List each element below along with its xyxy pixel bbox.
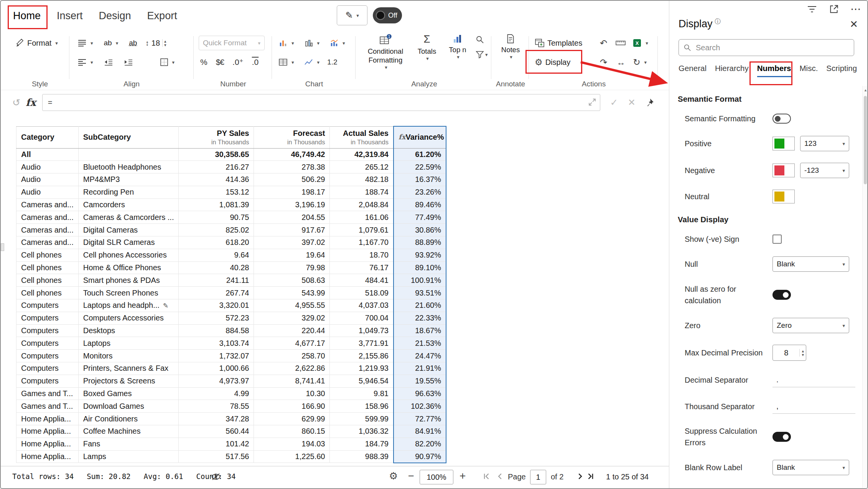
cell-subcategory[interactable]: Computers Accessories — [78, 312, 179, 324]
cell-py-sales[interactable]: 241.11 — [179, 274, 254, 287]
cell-py-sales[interactable]: 3,320.01 — [179, 299, 254, 312]
ribbon-tab-home[interactable]: Home — [12, 8, 41, 24]
export-excel-button[interactable]: X ▾ — [630, 37, 651, 49]
borders-button[interactable]: ▾ — [158, 56, 177, 68]
cell-category[interactable]: Audio — [16, 186, 79, 198]
cell-py-sales[interactable]: 9.64 — [179, 249, 254, 261]
cell-forecast[interactable]: 278.38 — [254, 161, 330, 173]
cell-subcategory[interactable]: Recording Pen — [78, 186, 179, 198]
font-size-spinner[interactable]: ▴ ▾ — [162, 39, 166, 47]
ribbon-tab-design[interactable]: Design — [98, 8, 132, 24]
suppress-errors-toggle[interactable] — [772, 432, 791, 442]
notes-button[interactable]: Notes ▾ — [496, 34, 525, 60]
cell-variance[interactable]: 21.53% — [394, 337, 446, 350]
cell-py-sales[interactable]: 825.02 — [179, 224, 254, 236]
header-variance[interactable]: fxVariance% — [394, 126, 446, 148]
totals-button[interactable]: Σ Totals ▾ — [414, 34, 440, 62]
cell-subcategory[interactable] — [78, 148, 179, 161]
cell-forecast[interactable]: 3,196.19 — [254, 198, 330, 211]
cell-category[interactable]: Home Applia... — [16, 438, 79, 450]
cell-py-sales[interactable]: 572.23 — [179, 312, 254, 324]
cell-subcategory[interactable]: Camcorders — [78, 198, 179, 211]
cell-actual-sales[interactable]: 700.04 — [330, 312, 394, 324]
decimal-separator-input[interactable] — [772, 372, 855, 387]
null-dropdown[interactable]: Blank ▾ — [772, 256, 849, 272]
cell-subcategory[interactable]: Digital Cameras — [78, 224, 179, 236]
cell-category[interactable]: Cell phones — [16, 274, 79, 287]
cell-category[interactable]: Home Applia... — [16, 413, 79, 425]
cell-forecast[interactable]: 629.99 — [254, 413, 330, 425]
cell-actual-sales[interactable]: 158.96 — [330, 400, 394, 413]
filter-button[interactable]: ▾ — [476, 51, 488, 58]
max-decimal-spinner[interactable]: ▴ ▾ — [799, 349, 806, 357]
cell-forecast[interactable]: 917.67 — [254, 224, 330, 236]
decrease-decimal-button[interactable]: .0 — [252, 58, 259, 67]
cell-forecast[interactable]: 4,955.55 — [254, 299, 330, 312]
wrap-text-button[interactable]: ab — [127, 37, 139, 49]
cell-variance[interactable]: 90.97% — [394, 450, 446, 463]
cell-forecast[interactable]: 1,225.60 — [254, 450, 330, 463]
percent-format-button[interactable]: % — [200, 58, 208, 67]
cell-variance[interactable]: 82.20% — [394, 438, 446, 450]
cell-py-sales[interactable]: 153.12 — [179, 186, 254, 198]
cell-forecast[interactable]: 2,622.86 — [254, 362, 330, 375]
cell-forecast[interactable]: 258.70 — [254, 350, 330, 362]
cell-subcategory[interactable]: Lamps — [78, 450, 179, 463]
popout-icon[interactable] — [829, 4, 839, 14]
cell-variance[interactable]: 18.67% — [394, 324, 446, 337]
cell-subcategory[interactable]: Laptops and headph...✎ — [78, 299, 179, 312]
settings-gear-icon[interactable]: ⚙ — [389, 470, 398, 482]
last-page-button[interactable] — [587, 472, 595, 480]
positive-format-dropdown[interactable]: 123 ▾ — [800, 136, 849, 151]
cell-actual-sales[interactable]: 76.17 — [330, 261, 394, 274]
cell-py-sales[interactable]: 78.55 — [179, 400, 254, 413]
cell-category[interactable]: Computers — [16, 350, 79, 362]
cell-category[interactable]: Cameras and... — [16, 236, 79, 249]
cell-actual-sales[interactable]: 482.18 — [330, 173, 394, 186]
align-left-button[interactable]: ▾ — [75, 57, 96, 67]
cell-category[interactable]: Computers — [16, 375, 79, 387]
cell-actual-sales[interactable]: 3,771.91 — [330, 337, 394, 350]
cell-subcategory[interactable]: MP4&MP3 — [78, 173, 179, 186]
cell-category[interactable]: Home Applia... — [16, 450, 79, 463]
cell-subcategory[interactable]: Air Conditioners — [78, 413, 179, 425]
cell-category[interactable]: Cell phones — [16, 287, 79, 299]
max-decimal-stepper[interactable]: 8 ▴ ▾ — [772, 345, 806, 361]
cell-py-sales[interactable]: 414.36 — [179, 173, 254, 186]
cell-actual-sales[interactable]: 518.09 — [330, 287, 394, 299]
cell-category[interactable]: All — [16, 148, 79, 161]
zoom-out-button[interactable]: − — [408, 470, 414, 482]
cell-py-sales[interactable]: 101.42 — [179, 438, 254, 450]
zero-dropdown[interactable]: Zero ▾ — [772, 318, 849, 333]
zoom-in-button[interactable]: + — [460, 470, 466, 482]
cell-subcategory[interactable]: Smart phones & PDAs — [78, 274, 179, 287]
cell-py-sales[interactable]: 560.44 — [179, 425, 254, 438]
cell-variance[interactable]: 19.55% — [394, 375, 446, 387]
combo-chart-button[interactable]: ▾ — [327, 37, 348, 49]
outdent-button[interactable] — [102, 57, 115, 67]
commit-formula-icon[interactable]: ✓ — [610, 97, 618, 108]
cell-forecast[interactable]: 220.44 — [254, 324, 330, 337]
conditional-formatting-button[interactable]: 1 Conditional Formatting ▾ — [362, 34, 409, 71]
cell-forecast[interactable]: 8,741.41 — [254, 375, 330, 387]
cell-category[interactable]: Games and T... — [16, 387, 79, 400]
cell-variance[interactable]: 21.91% — [394, 362, 446, 375]
blank-row-dropdown[interactable]: Blank ▾ — [772, 460, 849, 475]
cell-py-sales[interactable]: 30,358.65 — [179, 148, 254, 161]
formula-input[interactable] — [42, 94, 600, 111]
cell-forecast[interactable]: 397.02 — [254, 236, 330, 249]
visual-resize-handle[interactable] — [1, 243, 4, 251]
cell-category[interactable]: Cell phones — [16, 249, 79, 261]
panel-tab-numbers[interactable]: Numbers — [757, 64, 791, 77]
header-actual-sales[interactable]: Actual Sales in Thousands — [330, 126, 394, 148]
cell-py-sales[interactable]: 3,103.74 — [179, 337, 254, 350]
cell-actual-sales[interactable]: 1,167.70 — [330, 236, 394, 249]
format-button[interactable]: Format ▾ — [13, 37, 60, 49]
cell-variance[interactable]: 93.51% — [394, 287, 446, 299]
cell-py-sales[interactable]: 4.99 — [179, 387, 254, 400]
templates-button[interactable]: Templates — [532, 37, 595, 49]
cell-subcategory[interactable]: Boxed Games — [78, 387, 179, 400]
header-subcategory[interactable]: SubCategory — [78, 126, 179, 148]
cell-actual-sales[interactable]: 599.99 — [330, 413, 394, 425]
cell-variance[interactable]: 61.20% — [394, 148, 446, 161]
